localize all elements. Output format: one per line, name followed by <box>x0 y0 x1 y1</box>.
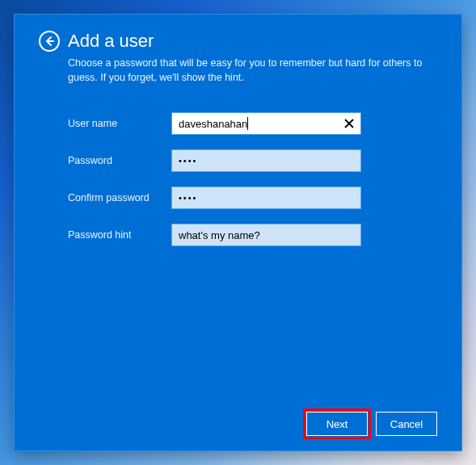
username-value: daveshanahan <box>179 118 247 130</box>
text-caret <box>247 117 248 130</box>
password-hint-label: Password hint <box>68 229 171 241</box>
field-row-hint: Password hint what's my name? <box>68 224 437 246</box>
username-field[interactable]: daveshanahan <box>171 112 361 135</box>
password-value: •••• <box>179 156 197 165</box>
password-label: Password <box>68 155 171 166</box>
dialog-title: Add a user <box>68 31 154 52</box>
field-row-confirm: Confirm password •••• <box>68 186 437 209</box>
confirm-password-field[interactable]: •••• <box>171 186 361 209</box>
username-label: User name <box>68 118 171 129</box>
next-button-label: Next <box>326 418 348 430</box>
field-row-username: User name daveshanahan <box>68 112 437 135</box>
confirm-password-label: Confirm password <box>68 192 171 203</box>
password-hint-field[interactable]: what's my name? <box>171 224 361 246</box>
password-field[interactable]: •••• <box>171 149 361 172</box>
clear-username-button[interactable] <box>343 117 356 130</box>
close-icon <box>344 119 354 128</box>
field-row-password: Password •••• <box>68 149 437 172</box>
dialog-header: Add a user <box>39 31 437 52</box>
form: User name daveshanahan Password •••• Con… <box>68 112 437 261</box>
next-button[interactable]: Next <box>306 412 368 436</box>
dialog-description: Choose a password that will be easy for … <box>68 57 423 85</box>
cancel-button[interactable]: Cancel <box>376 412 437 436</box>
add-user-dialog: Add a user Choose a password that will b… <box>14 14 462 451</box>
confirm-password-value: •••• <box>179 193 197 203</box>
back-arrow-icon <box>44 36 55 47</box>
dialog-footer: Next Cancel <box>39 412 437 436</box>
cancel-button-label: Cancel <box>390 418 423 430</box>
back-button[interactable] <box>39 31 60 52</box>
password-hint-value: what's my name? <box>179 229 260 241</box>
